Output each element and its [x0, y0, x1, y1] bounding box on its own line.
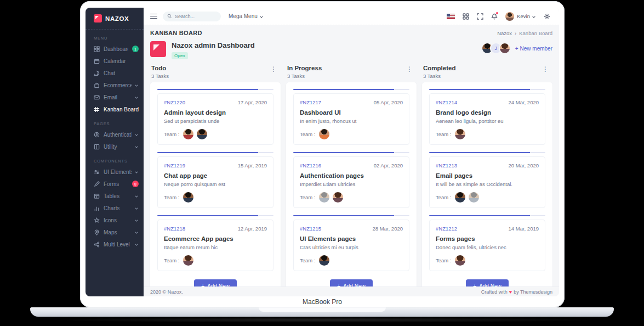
sidebar-item-ecommerce[interactable]: Ecommerce [86, 79, 144, 91]
fullscreen-icon[interactable] [477, 13, 483, 20]
task-card-body[interactable]: #NZ121214 Mar, 2019 Forms pages Donec qu… [429, 220, 545, 271]
task-card-body[interactable]: #NZ121915 Apr, 2019 Chat app page Neque … [157, 156, 273, 208]
column-task-count: 3 Tasks [423, 73, 455, 79]
column-title: In Progress [287, 65, 322, 71]
sidebar-item-forms[interactable]: Forms 8 [86, 178, 144, 190]
avatar[interactable] [319, 129, 329, 139]
user-name: Kevin [517, 13, 530, 19]
sidebar-item-kanban-board[interactable]: Kanban Board [86, 103, 144, 115]
avatar[interactable] [455, 192, 465, 203]
sidebar-item-ui-elements[interactable]: UI Elements [86, 166, 144, 178]
task-title[interactable]: Ecommerce App pages [164, 235, 267, 242]
task-card-body[interactable]: #NZ121602 Apr, 2020 Authentication pages… [293, 156, 409, 208]
column-header: Completed 3 Tasks ⋮ [422, 64, 552, 82]
task-card-body[interactable]: #NZ121320 Mar, 2020 Email pages It will … [429, 156, 545, 208]
task-date: 15 Apr, 2019 [238, 162, 267, 168]
sidebar-item-label: Multi Level [104, 241, 130, 248]
task-card-body[interactable]: #NZ121705 Apr, 2020 Dashboard UI In enim… [293, 93, 409, 145]
task-title[interactable]: Forms pages [436, 235, 539, 242]
task-id[interactable]: #NZ1218 [164, 226, 185, 232]
kanban-column-completed: Completed 3 Tasks ⋮ #NZ121424 Mar, 2020 [422, 64, 552, 282]
breadcrumb-parent[interactable]: Nazox [497, 30, 512, 36]
column-header: Todo 3 Tasks ⋮ [150, 64, 281, 82]
task-accent-bar [429, 215, 545, 216]
kanban-column-in-progress: In Progress 3 Tasks ⋮ #NZ121705 Apr, 202… [286, 64, 417, 282]
column-task-count: 3 Tasks [287, 73, 322, 79]
avatar[interactable] [319, 192, 329, 203]
avatar[interactable] [333, 192, 343, 203]
search-input[interactable] [175, 14, 216, 19]
task-card-body[interactable]: #NZ121528 Mar, 2020 UI Elements pages Cr… [293, 220, 409, 271]
search-box[interactable] [163, 12, 221, 21]
team-label: Team : [164, 131, 180, 137]
apps-grid-icon[interactable] [463, 13, 469, 20]
task-id[interactable]: #NZ1219 [164, 162, 185, 168]
column-menu-icon[interactable]: ⋮ [404, 65, 414, 74]
settings-gear-icon[interactable] [544, 13, 550, 20]
menu-toggle-icon[interactable] [150, 14, 157, 19]
sidebar-item-utility[interactable]: Utility [86, 140, 144, 153]
breadcrumb-separator: › [515, 30, 516, 36]
avatar[interactable] [183, 129, 193, 139]
team-label: Team : [164, 194, 180, 200]
task-title[interactable]: Brand logo design [436, 109, 539, 116]
task-title[interactable]: Dashboard UI [300, 109, 403, 116]
sidebar-item-charts[interactable]: Charts [86, 202, 144, 214]
heart-icon: ♥ [509, 289, 512, 295]
task-card: #NZ121812 Apr, 2019 Ecommerce App pages … [157, 215, 273, 271]
task-id[interactable]: #NZ1216 [300, 162, 321, 168]
task-id[interactable]: #NZ1215 [300, 226, 321, 232]
task-id[interactable]: #NZ1220 [164, 99, 185, 105]
language-flag-icon[interactable] [447, 14, 455, 19]
task-title[interactable]: Admin layout design [164, 109, 267, 116]
avatar[interactable] [183, 255, 193, 266]
task-title[interactable]: Email pages [436, 172, 539, 179]
sidebar-item-dashboard[interactable]: Dashboard 1 [86, 43, 144, 55]
avatar[interactable] [455, 255, 465, 266]
sidebar-item-maps[interactable]: Maps [86, 226, 144, 238]
task-accent-bar [293, 89, 409, 90]
column-menu-icon[interactable]: ⋮ [540, 65, 550, 74]
avatar[interactable] [319, 255, 329, 266]
task-title[interactable]: UI Elements pages [300, 235, 403, 242]
avatar[interactable] [197, 129, 207, 139]
sidebar-item-multi-level[interactable]: Multi Level [86, 238, 144, 250]
chat-icon [94, 70, 100, 76]
sidebar-item-email[interactable]: Email [86, 91, 144, 103]
column-menu-icon[interactable]: ⋮ [269, 65, 278, 74]
task-id[interactable]: #NZ1214 [436, 99, 457, 105]
sidebar-item-authentication[interactable]: Authentication [86, 128, 144, 140]
user-menu[interactable]: Kevin [505, 12, 536, 21]
kanban-board: Todo 3 Tasks ⋮ #NZ122017 Apr, 2020 [150, 64, 552, 282]
avatar[interactable] [469, 192, 479, 203]
task-title[interactable]: Chat app page [164, 172, 267, 179]
new-member-label: New member [520, 46, 552, 52]
task-title[interactable]: Authentication pages [300, 172, 403, 179]
task-id[interactable]: #NZ1213 [436, 162, 457, 168]
task-card: #NZ121915 Apr, 2019 Chat app page Neque … [157, 152, 273, 208]
chevron-down-icon [135, 95, 138, 99]
task-card-body[interactable]: #NZ121812 Apr, 2019 Ecommerce App pages … [157, 220, 273, 271]
sidebar-item-icons[interactable]: Icons [86, 214, 144, 226]
sidebar-item-label: Kanban Board [104, 106, 139, 113]
task-card-body[interactable]: #NZ121424 Mar, 2020 Brand logo design Ae… [429, 93, 545, 145]
task-card-body[interactable]: #NZ122017 Apr, 2020 Admin layout design … [157, 93, 273, 145]
notifications-bell-icon[interactable] [491, 13, 498, 20]
forms-badge: 8 [132, 181, 139, 187]
device-label: MacBook Pro [80, 298, 565, 306]
sidebar-item-chat[interactable]: Chat [86, 67, 144, 79]
main-area: Mega Menu Kevin [144, 8, 559, 296]
logo[interactable]: NAZOX [86, 8, 144, 30]
task-id[interactable]: #NZ1217 [300, 99, 321, 105]
avatar[interactable] [499, 42, 511, 54]
avatar[interactable] [455, 129, 465, 139]
sidebar-item-calendar[interactable]: Calendar [86, 55, 144, 67]
task-id[interactable]: #NZ1212 [436, 226, 457, 232]
credit-suffix: by Themesdesign [514, 289, 552, 295]
sidebar-item-label: Email [104, 94, 117, 100]
new-member-button[interactable]: + New member [515, 46, 552, 52]
mega-menu-button[interactable]: Mega Menu [229, 13, 264, 19]
task-date: 28 Mar, 2020 [373, 226, 403, 232]
sidebar-item-tables[interactable]: Tables [86, 190, 144, 202]
avatar[interactable] [183, 192, 193, 203]
